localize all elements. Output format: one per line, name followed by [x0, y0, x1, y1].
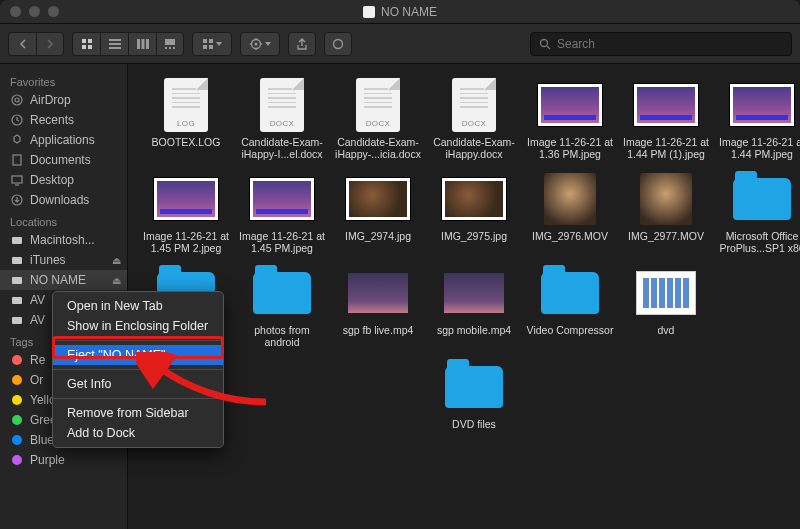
arrange-button[interactable] [192, 32, 232, 56]
svg-rect-11 [165, 47, 167, 49]
svg-point-19 [255, 42, 258, 45]
file-item[interactable]: IMG_2976.MOV [526, 172, 614, 254]
svg-rect-6 [109, 47, 121, 49]
context-menu-item[interactable]: Get Info [53, 374, 223, 394]
sidebar-item[interactable]: Macintosh... [0, 230, 127, 250]
file-item[interactable]: Image 11-26-21 at 1.45 PM.jpeg [238, 172, 326, 254]
sidebar-item[interactable]: Desktop [0, 170, 127, 190]
document-icon: DOCX [346, 78, 410, 132]
file-item[interactable]: DVD files [430, 360, 518, 430]
thumbnail-icon [442, 266, 506, 320]
file-item[interactable]: Video Compressor [526, 266, 614, 348]
forward-button[interactable] [36, 32, 64, 56]
file-label: sgp fb live.mp4 [332, 324, 424, 336]
svg-rect-7 [137, 39, 140, 49]
finder-window: NO NAME [0, 0, 800, 529]
action-button[interactable] [240, 32, 280, 56]
svg-rect-3 [88, 45, 92, 49]
sidebar-item[interactable]: Applications [0, 130, 127, 150]
svg-rect-37 [12, 297, 22, 304]
view-columns-button[interactable] [128, 32, 156, 56]
thumbnail-icon [634, 172, 698, 226]
file-label: IMG_2976.MOV [524, 230, 616, 242]
file-item[interactable]: Image 11-26-21 at 1.44 PM (1).jpeg [622, 78, 710, 160]
sidebar-item[interactable]: AirDrop [0, 90, 127, 110]
sidebar-item[interactable]: Downloads [0, 190, 127, 210]
context-menu-item[interactable]: Eject "NO NAME" [53, 345, 223, 365]
file-item[interactable]: Microsoft Office ProPlus...SP1 x86 [718, 172, 800, 254]
sidebar-item[interactable]: Recents [0, 110, 127, 130]
tag-dot-icon [10, 453, 24, 467]
file-item[interactable]: Image 11-26-21 at 1.45 PM 2.jpeg [142, 172, 230, 254]
eject-icon[interactable]: ⏏ [112, 255, 121, 266]
file-item[interactable]: dvd [622, 266, 710, 348]
file-item[interactable]: DOCXCandidate-Exam-iHappy.docx [430, 78, 518, 160]
toolbar [0, 24, 800, 64]
thumbnail-icon [634, 78, 698, 132]
context-menu-item[interactable]: Open in New Tab [53, 296, 223, 316]
file-label: photos from android [236, 324, 328, 348]
document-icon: LOG [154, 78, 218, 132]
sidebar-item-label: Re [30, 353, 45, 367]
file-item[interactable]: LOGBOOTEX.LOG [142, 78, 230, 160]
context-menu-separator [53, 369, 223, 370]
view-gallery-button[interactable] [156, 32, 184, 56]
view-list-button[interactable] [100, 32, 128, 56]
file-item[interactable]: DOCXCandidate-Exam-iHappy-I...el.docx [238, 78, 326, 160]
svg-rect-16 [203, 45, 207, 49]
svg-rect-10 [165, 39, 175, 45]
thumbnail-icon [154, 172, 218, 226]
sidebar-item-label: NO NAME [30, 273, 86, 287]
context-menu-item[interactable]: Show in Enclosing Folder [53, 316, 223, 336]
folder-icon [250, 266, 314, 320]
thumbnail-icon [250, 172, 314, 226]
context-menu-item[interactable]: Add to Dock [53, 423, 223, 443]
file-item[interactable]: photos from android [238, 266, 326, 348]
share-button[interactable] [288, 32, 316, 56]
sidebar-item[interactable]: Documents [0, 150, 127, 170]
file-item[interactable]: DOCXCandidate-Exam-iHappy-...icia.docx [334, 78, 422, 160]
downloads-icon [10, 193, 24, 207]
document-icon: DOCX [442, 78, 506, 132]
sidebar-item[interactable]: iTunes⏏ [0, 250, 127, 270]
view-switcher [72, 32, 184, 56]
file-label: Image 11-26-21 at 1.44 PM.jpeg [716, 136, 800, 160]
sidebar-item[interactable]: NO NAME⏏ [0, 270, 127, 290]
sidebar-item-label: Downloads [30, 193, 89, 207]
file-item[interactable]: sgp mobile.mp4 [430, 266, 518, 348]
svg-rect-31 [12, 176, 22, 183]
thumbnail-icon [346, 172, 410, 226]
sidebar-item[interactable]: Purple [0, 450, 127, 470]
svg-line-26 [547, 46, 550, 49]
folder-icon [538, 266, 602, 320]
content-area[interactable]: LOGBOOTEX.LOGDOCXCandidate-Exam-iHappy-I… [128, 64, 800, 529]
svg-rect-12 [169, 47, 171, 49]
sidebar-item-label: Blue [30, 433, 54, 447]
back-button[interactable] [8, 32, 36, 56]
file-item[interactable]: sgp fb live.mp4 [334, 266, 422, 348]
sidebar-section-header: Favorites [0, 70, 127, 90]
file-item[interactable]: Image 11-26-21 at 1.44 PM.jpeg [718, 78, 800, 160]
search-input[interactable] [557, 37, 783, 51]
svg-point-27 [12, 95, 22, 105]
svg-rect-8 [141, 39, 144, 49]
context-menu-item[interactable]: Remove from Sidebar [53, 403, 223, 423]
search-field[interactable] [530, 32, 792, 56]
file-item[interactable]: Image 11-26-21 at 1.36 PM.jpeg [526, 78, 614, 160]
svg-rect-30 [13, 155, 21, 165]
file-label: IMG_2975.jpg [428, 230, 520, 242]
file-label: DVD files [428, 418, 520, 430]
file-item[interactable]: IMG_2977.MOV [622, 172, 710, 254]
file-label: Candidate-Exam-iHappy.docx [428, 136, 520, 160]
file-label: Image 11-26-21 at 1.44 PM (1).jpeg [620, 136, 712, 160]
eject-icon[interactable]: ⏏ [112, 275, 121, 286]
tags-button[interactable] [324, 32, 352, 56]
titlebar: NO NAME [0, 0, 800, 24]
file-item[interactable]: IMG_2975.jpg [430, 172, 518, 254]
file-item[interactable]: IMG_2974.jpg [334, 172, 422, 254]
svg-rect-17 [209, 45, 213, 49]
view-icons-button[interactable] [72, 32, 100, 56]
tag-dot-icon [10, 353, 24, 367]
file-label: Image 11-26-21 at 1.45 PM 2.jpeg [140, 230, 232, 254]
thumbnail-icon [538, 172, 602, 226]
